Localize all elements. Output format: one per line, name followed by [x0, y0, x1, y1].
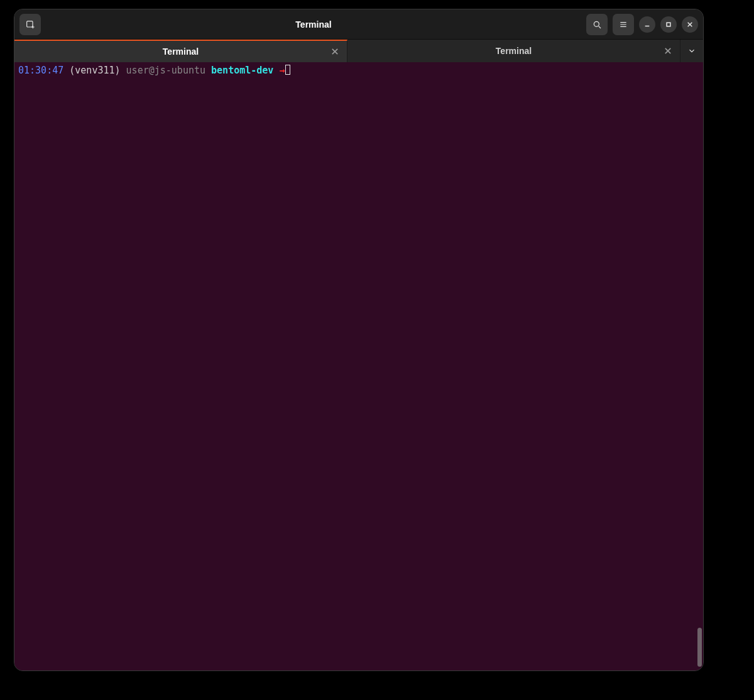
tab-label: Terminal [347, 46, 680, 56]
svg-point-3 [594, 21, 599, 26]
svg-rect-0 [27, 21, 33, 26]
close-button[interactable] [682, 16, 698, 33]
search-icon [592, 19, 602, 30]
window-title: Terminal [41, 19, 586, 30]
prompt-cwd: bentoml-dev [211, 65, 273, 76]
search-button[interactable] [586, 14, 608, 35]
svg-line-4 [599, 26, 601, 28]
minimize-icon [644, 21, 650, 28]
tab-1[interactable]: Terminal [14, 40, 347, 62]
maximize-icon [665, 21, 672, 28]
close-icon [332, 48, 338, 55]
svg-rect-9 [667, 23, 670, 26]
close-icon [687, 21, 693, 28]
prompt-line: 01:30:47 (venv311) user@js-ubuntu bentom… [18, 65, 699, 76]
tab-2[interactable]: Terminal [347, 40, 680, 62]
close-icon [665, 48, 671, 54]
terminal-body[interactable]: 01:30:47 (venv311) user@js-ubuntu bentom… [14, 62, 703, 670]
tab-close-button[interactable] [662, 45, 674, 57]
scrollbar[interactable] [697, 628, 702, 667]
hamburger-icon [618, 19, 628, 30]
prompt-user-host: user@js-ubuntu [126, 65, 205, 76]
new-tab-icon [25, 19, 35, 30]
menu-button[interactable] [613, 14, 634, 35]
terminal-window: Terminal [14, 9, 704, 671]
minimize-button[interactable] [639, 16, 655, 33]
prompt-time: 01:30:47 [18, 65, 63, 76]
tab-label: Terminal [14, 46, 347, 57]
new-tab-button[interactable] [19, 14, 41, 35]
chevron-down-icon [687, 46, 696, 55]
maximize-button[interactable] [660, 16, 677, 33]
tabbar: Terminal Terminal [14, 40, 703, 62]
prompt-arrow: → [279, 65, 285, 76]
cursor [285, 65, 290, 75]
titlebar: Terminal [14, 9, 703, 40]
prompt-venv: (venv311) [69, 65, 120, 76]
tab-close-button[interactable] [329, 46, 341, 57]
tab-dropdown-button[interactable] [680, 40, 703, 62]
